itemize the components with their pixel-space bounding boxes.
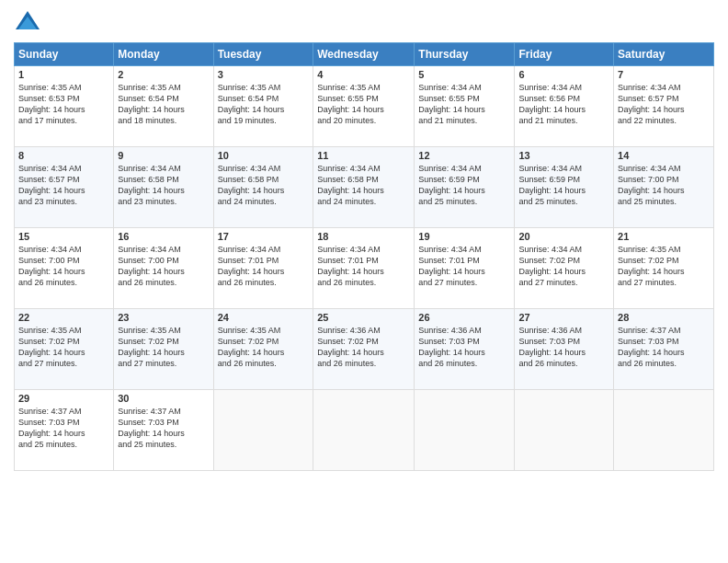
day-cell: 23 Sunrise: 4:35 AMSunset: 7:02 PMDaylig… [114, 309, 213, 390]
cell-content: Sunrise: 4:35 AMSunset: 6:53 PMDaylight:… [18, 82, 109, 127]
day-cell: 5 Sunrise: 4:34 AMSunset: 6:55 PMDayligh… [415, 66, 515, 147]
day-cell: 15 Sunrise: 4:34 AMSunset: 7:00 PMDaylig… [15, 228, 114, 309]
day-number: 20 [518, 231, 609, 242]
cell-content: Sunrise: 4:35 AMSunset: 6:54 PMDaylight:… [118, 82, 209, 127]
cell-content: Sunrise: 4:34 AMSunset: 6:58 PMDaylight:… [218, 163, 310, 208]
day-number: 24 [218, 312, 310, 323]
cell-content: Sunrise: 4:34 AMSunset: 6:56 PMDaylight:… [518, 82, 609, 127]
day-number: 15 [18, 231, 109, 242]
day-cell: 27 Sunrise: 4:36 AMSunset: 7:03 PMDaylig… [515, 309, 614, 390]
cell-content: Sunrise: 4:35 AMSunset: 6:55 PMDaylight:… [317, 82, 410, 127]
day-cell: 19 Sunrise: 4:34 AMSunset: 7:01 PMDaylig… [415, 228, 515, 309]
logo [14, 9, 45, 37]
day-cell: 12 Sunrise: 4:34 AMSunset: 6:59 PMDaylig… [415, 147, 515, 228]
day-cell: 17 Sunrise: 4:34 AMSunset: 7:01 PMDaylig… [213, 228, 313, 309]
day-cell: 10 Sunrise: 4:34 AMSunset: 6:58 PMDaylig… [213, 147, 313, 228]
day-cell: 13 Sunrise: 4:34 AMSunset: 6:59 PMDaylig… [515, 147, 614, 228]
cell-content: Sunrise: 4:34 AMSunset: 7:02 PMDaylight:… [518, 244, 609, 289]
cell-content: Sunrise: 4:34 AMSunset: 7:01 PMDaylight:… [218, 244, 310, 289]
cell-content: Sunrise: 4:34 AMSunset: 7:01 PMDaylight:… [418, 244, 510, 289]
calendar: SundayMondayTuesdayWednesdayThursdayFrid… [14, 42, 714, 471]
day-cell: 6 Sunrise: 4:34 AMSunset: 6:56 PMDayligh… [515, 66, 614, 147]
day-cell: 20 Sunrise: 4:34 AMSunset: 7:02 PMDaylig… [515, 228, 614, 309]
cell-content: Sunrise: 4:36 AMSunset: 7:02 PMDaylight:… [317, 325, 410, 370]
header-day-saturday: Saturday [614, 43, 714, 66]
day-number: 17 [218, 231, 310, 242]
day-cell [313, 390, 415, 471]
header-day-wednesday: Wednesday [313, 43, 415, 66]
day-cell: 14 Sunrise: 4:34 AMSunset: 7:00 PMDaylig… [614, 147, 714, 228]
cell-content: Sunrise: 4:37 AMSunset: 7:03 PMDaylight:… [118, 406, 209, 451]
calendar-header: SundayMondayTuesdayWednesdayThursdayFrid… [15, 43, 714, 66]
day-number: 11 [317, 150, 410, 161]
day-cell: 24 Sunrise: 4:35 AMSunset: 7:02 PMDaylig… [213, 309, 313, 390]
page: SundayMondayTuesdayWednesdayThursdayFrid… [0, 0, 728, 563]
day-cell: 8 Sunrise: 4:34 AMSunset: 6:57 PMDayligh… [15, 147, 114, 228]
day-number: 18 [317, 231, 410, 242]
day-number: 28 [618, 312, 710, 323]
day-number: 7 [618, 69, 710, 80]
day-number: 22 [18, 312, 109, 323]
week-row-2: 8 Sunrise: 4:34 AMSunset: 6:57 PMDayligh… [15, 147, 714, 228]
day-cell: 26 Sunrise: 4:36 AMSunset: 7:03 PMDaylig… [415, 309, 515, 390]
cell-content: Sunrise: 4:34 AMSunset: 6:57 PMDaylight:… [618, 82, 710, 127]
day-number: 21 [618, 231, 710, 242]
day-cell: 3 Sunrise: 4:35 AMSunset: 6:54 PMDayligh… [213, 66, 313, 147]
cell-content: Sunrise: 4:34 AMSunset: 6:59 PMDaylight:… [518, 163, 609, 208]
cell-content: Sunrise: 4:35 AMSunset: 7:02 PMDaylight:… [18, 325, 109, 370]
header-day-thursday: Thursday [415, 43, 515, 66]
cell-content: Sunrise: 4:34 AMSunset: 7:01 PMDaylight:… [317, 244, 410, 289]
cell-content: Sunrise: 4:35 AMSunset: 7:02 PMDaylight:… [118, 325, 209, 370]
day-number: 9 [118, 150, 209, 161]
day-number: 16 [118, 231, 209, 242]
day-cell: 16 Sunrise: 4:34 AMSunset: 7:00 PMDaylig… [114, 228, 213, 309]
cell-content: Sunrise: 4:35 AMSunset: 7:02 PMDaylight:… [218, 325, 310, 370]
day-number: 13 [518, 150, 609, 161]
day-cell: 4 Sunrise: 4:35 AMSunset: 6:55 PMDayligh… [313, 66, 415, 147]
header-day-tuesday: Tuesday [213, 43, 313, 66]
cell-content: Sunrise: 4:34 AMSunset: 7:00 PMDaylight:… [18, 244, 109, 289]
day-cell: 21 Sunrise: 4:35 AMSunset: 7:02 PMDaylig… [614, 228, 714, 309]
cell-content: Sunrise: 4:34 AMSunset: 7:00 PMDaylight:… [618, 163, 710, 208]
cell-content: Sunrise: 4:35 AMSunset: 7:02 PMDaylight:… [618, 244, 710, 289]
day-cell: 9 Sunrise: 4:34 AMSunset: 6:58 PMDayligh… [114, 147, 213, 228]
day-number: 8 [18, 150, 109, 161]
cell-content: Sunrise: 4:34 AMSunset: 6:58 PMDaylight:… [317, 163, 410, 208]
cell-content: Sunrise: 4:37 AMSunset: 7:03 PMDaylight:… [618, 325, 710, 370]
cell-content: Sunrise: 4:36 AMSunset: 7:03 PMDaylight:… [518, 325, 609, 370]
day-cell: 30 Sunrise: 4:37 AMSunset: 7:03 PMDaylig… [114, 390, 213, 471]
header-day-sunday: Sunday [15, 43, 114, 66]
cell-content: Sunrise: 4:34 AMSunset: 7:00 PMDaylight:… [118, 244, 209, 289]
day-number: 1 [18, 69, 109, 80]
day-cell: 1 Sunrise: 4:35 AMSunset: 6:53 PMDayligh… [15, 66, 114, 147]
day-number: 30 [118, 393, 209, 404]
cell-content: Sunrise: 4:35 AMSunset: 6:54 PMDaylight:… [218, 82, 310, 127]
header-day-monday: Monday [114, 43, 213, 66]
day-number: 27 [518, 312, 609, 323]
cell-content: Sunrise: 4:34 AMSunset: 6:55 PMDaylight:… [418, 82, 510, 127]
day-number: 12 [418, 150, 510, 161]
day-cell: 18 Sunrise: 4:34 AMSunset: 7:01 PMDaylig… [313, 228, 415, 309]
day-number: 29 [18, 393, 109, 404]
header-day-friday: Friday [515, 43, 614, 66]
day-cell: 7 Sunrise: 4:34 AMSunset: 6:57 PMDayligh… [614, 66, 714, 147]
day-number: 26 [418, 312, 510, 323]
day-cell [614, 390, 714, 471]
day-cell: 22 Sunrise: 4:35 AMSunset: 7:02 PMDaylig… [15, 309, 114, 390]
day-cell [415, 390, 515, 471]
day-number: 19 [418, 231, 510, 242]
day-number: 4 [317, 69, 410, 80]
day-cell: 29 Sunrise: 4:37 AMSunset: 7:03 PMDaylig… [15, 390, 114, 471]
cell-content: Sunrise: 4:34 AMSunset: 6:59 PMDaylight:… [418, 163, 510, 208]
header [14, 9, 714, 37]
day-cell: 2 Sunrise: 4:35 AMSunset: 6:54 PMDayligh… [114, 66, 213, 147]
day-number: 5 [418, 69, 510, 80]
header-row: SundayMondayTuesdayWednesdayThursdayFrid… [15, 43, 714, 66]
day-number: 14 [618, 150, 710, 161]
calendar-body: 1 Sunrise: 4:35 AMSunset: 6:53 PMDayligh… [15, 66, 714, 471]
week-row-4: 22 Sunrise: 4:35 AMSunset: 7:02 PMDaylig… [15, 309, 714, 390]
cell-content: Sunrise: 4:34 AMSunset: 6:58 PMDaylight:… [118, 163, 209, 208]
day-number: 6 [518, 69, 609, 80]
day-number: 10 [218, 150, 310, 161]
day-number: 25 [317, 312, 410, 323]
